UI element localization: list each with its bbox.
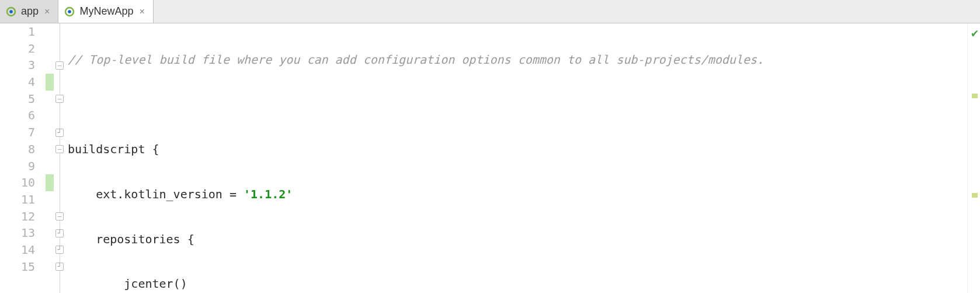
svg-point-1 — [9, 10, 13, 13]
fold-toggle-icon[interactable]: – — [55, 95, 64, 103]
fold-toggle-icon[interactable]: – — [55, 61, 64, 70]
line-number: 6 — [0, 107, 35, 124]
tab-label: app — [21, 5, 39, 18]
close-icon[interactable]: × — [43, 6, 51, 17]
fold-toggle-icon[interactable]: – — [55, 145, 64, 153]
tab-app[interactable]: app × — [0, 0, 58, 23]
inspection-marker[interactable] — [972, 193, 978, 198]
line-number: 11 — [0, 191, 35, 208]
fold-end-icon[interactable]: ┘ — [55, 246, 64, 254]
line-number: 3 — [0, 57, 35, 74]
line-number: 1 — [0, 23, 35, 40]
code-text: repositories { — [68, 232, 194, 246]
change-marker — [46, 74, 54, 91]
inspection-marker[interactable] — [972, 94, 978, 98]
line-number: 14 — [0, 242, 35, 258]
tab-mynewapp[interactable]: MyNewApp × — [58, 0, 153, 23]
gradle-file-icon — [6, 6, 16, 17]
fold-toggle-icon[interactable]: – — [55, 212, 64, 220]
change-marker — [46, 174, 54, 191]
line-number: 12 — [0, 208, 35, 225]
fold-gutter: – – ┘ – – ┘ ┘ ┘ — [54, 23, 68, 293]
code-text: jcenter() — [68, 277, 187, 291]
editor-tabs: app × MyNewApp × — [0, 0, 980, 23]
line-number: 2 — [0, 40, 35, 57]
line-number: 9 — [0, 158, 35, 175]
line-number-gutter: 1 2 3 4 5 6 7 8 9 10 11 12 13 14 15 — [0, 23, 46, 293]
code-area[interactable]: // Top-level build file where you can ad… — [68, 23, 967, 293]
inspection-gutter: ✔ — [967, 23, 980, 293]
close-icon[interactable]: × — [138, 6, 145, 17]
line-number: 8 — [0, 141, 35, 158]
fold-end-icon[interactable]: ┘ — [55, 129, 64, 137]
change-marker-gutter — [46, 23, 54, 293]
gradle-file-icon — [64, 6, 75, 17]
line-number: 10 — [0, 174, 35, 191]
checkmark-icon: ✔ — [971, 26, 978, 40]
line-number: 15 — [0, 258, 35, 275]
code-string: '1.1.2' — [244, 187, 293, 201]
svg-point-3 — [68, 10, 72, 13]
line-number: 4 — [0, 74, 35, 91]
line-number: 5 — [0, 91, 35, 108]
code-text: ext.kotlin_version = — [68, 187, 244, 201]
code-editor[interactable]: 1 2 3 4 5 6 7 8 9 10 11 12 13 14 15 – – … — [0, 23, 980, 293]
code-text: buildscript { — [68, 142, 159, 156]
code-comment: // Top-level build file where you can ad… — [68, 53, 764, 67]
fold-end-icon[interactable]: ┘ — [55, 263, 64, 271]
line-number: 7 — [0, 124, 35, 141]
line-number: 13 — [0, 225, 35, 242]
tab-label: MyNewApp — [79, 5, 133, 18]
fold-end-icon[interactable]: ┘ — [55, 229, 64, 237]
